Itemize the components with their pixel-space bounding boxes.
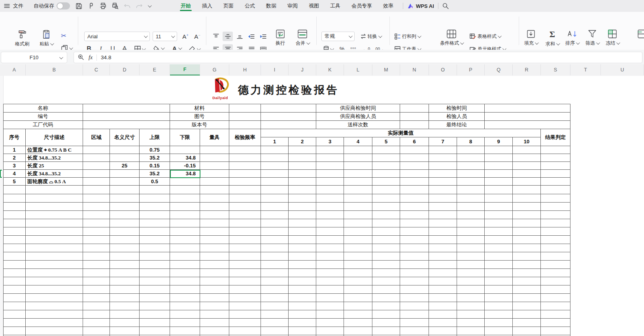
data-cell-4-I[interactable]: [261, 170, 289, 178]
column-header-M[interactable]: M: [372, 64, 400, 75]
data-cell-1-H[interactable]: [229, 146, 261, 154]
column-header-F[interactable]: F: [170, 64, 200, 75]
sheet-grid[interactable]: Dailyaid 德力测控检验报告 名称材料供应商检验时间检验时间编号图号供应商…: [0, 76, 644, 336]
header-cell-4[interactable]: 名义尺寸: [110, 129, 140, 146]
data-cell-1-J[interactable]: [289, 146, 316, 154]
align-bottom-icon[interactable]: [234, 32, 245, 41]
header-measure-3[interactable]: 3: [316, 137, 344, 146]
data-cell-5-P[interactable]: [457, 178, 485, 186]
data-cell-5-C[interactable]: [83, 178, 110, 186]
info-label-1-1[interactable]: 名称: [3, 104, 83, 113]
data-cell-2-O[interactable]: [429, 154, 457, 162]
header-measure-9[interactable]: 9: [485, 137, 513, 146]
info-value-3-2[interactable]: [83, 121, 170, 129]
info-label-1-8[interactable]: 检验时间: [429, 104, 485, 113]
conditional-format-button[interactable]: 条件格式: [440, 29, 463, 47]
info-label-3-1[interactable]: 工厂代码: [3, 121, 83, 129]
wrap-text-button[interactable]: 换行: [276, 29, 285, 47]
column-header-E[interactable]: E: [140, 64, 170, 75]
column-header-O[interactable]: O: [429, 64, 457, 75]
decrease-indent-icon[interactable]: [246, 32, 257, 41]
header-measure-1[interactable]: 1: [261, 137, 289, 146]
data-cell-4-J[interactable]: [289, 170, 316, 178]
menu-icon[interactable]: [4, 4, 10, 8]
tab-9[interactable]: 会员专享: [346, 0, 378, 12]
save-icon[interactable]: [76, 3, 82, 9]
data-cell-4-M[interactable]: [372, 170, 400, 178]
data-cell-5-L[interactable]: [344, 178, 372, 186]
data-cell-4-Q[interactable]: [485, 170, 513, 178]
tab-1[interactable]: 开始: [175, 0, 196, 12]
info-value-2-5[interactable]: [261, 113, 316, 121]
tab-7[interactable]: 视图: [303, 0, 325, 12]
header-cell-7[interactable]: 量具: [200, 129, 229, 146]
header-measure-2[interactable]: 2: [289, 137, 316, 146]
data-cell-2-F[interactable]: 34.8: [170, 154, 200, 162]
data-cell-5-J[interactable]: [289, 178, 316, 186]
info-value-3-5[interactable]: [261, 121, 316, 129]
format-painter-button[interactable]: 格式刷: [15, 29, 29, 47]
data-cell-1-O[interactable]: [429, 146, 457, 154]
data-cell-4-E[interactable]: 35.2: [140, 170, 170, 178]
data-cell-1-D[interactable]: [110, 146, 140, 154]
convert-button[interactable]: 转换: [358, 32, 383, 41]
redo-icon[interactable]: [136, 3, 142, 9]
data-cell-2-Q[interactable]: [485, 154, 513, 162]
info-label-3-8[interactable]: 最终结论: [429, 121, 485, 129]
data-cell-5-G[interactable]: [200, 178, 229, 186]
toolbar-more-icon[interactable]: [148, 5, 151, 8]
data-cell-4-N[interactable]: [400, 170, 429, 178]
info-value-1-9[interactable]: [485, 104, 570, 113]
header-cell-8[interactable]: 检验频率: [229, 129, 261, 146]
data-cell-4-O[interactable]: [429, 170, 457, 178]
autosave-toggle[interactable]: [57, 2, 70, 9]
merge-cells-button[interactable]: 合并: [296, 29, 309, 47]
data-cell-3-M[interactable]: [372, 162, 400, 170]
data-cell-3-A[interactable]: 3: [3, 162, 26, 170]
data-cell-2-M[interactable]: [372, 154, 400, 162]
data-cell-4-L[interactable]: [344, 170, 372, 178]
data-cell-3-L[interactable]: [344, 162, 372, 170]
data-cell-3-D[interactable]: 25: [110, 162, 140, 170]
data-cell-3-H[interactable]: [229, 162, 261, 170]
data-cell-3-N[interactable]: [400, 162, 429, 170]
data-cell-4-P[interactable]: [457, 170, 485, 178]
empty-cells-area[interactable]: [3, 186, 570, 336]
data-cell-3-E[interactable]: 0.15: [140, 162, 170, 170]
data-cell-4-R[interactable]: [513, 170, 541, 178]
info-value-2-9[interactable]: [485, 113, 570, 121]
column-header-B[interactable]: B: [26, 64, 83, 75]
cut-icon[interactable]: ✂: [59, 31, 69, 40]
data-cell-1-I[interactable]: [261, 146, 289, 154]
data-cell-5-E[interactable]: 0.5: [140, 178, 170, 186]
data-cell-4-A[interactable]: 4: [3, 170, 26, 178]
increase-indent-icon[interactable]: [258, 32, 268, 41]
info-value-2-4[interactable]: [229, 113, 261, 121]
data-cell-1-A[interactable]: 1: [3, 146, 26, 154]
header-result[interactable]: 结果判定: [541, 129, 570, 146]
header-measure-7[interactable]: 7: [429, 137, 457, 146]
data-cell-5-H[interactable]: [229, 178, 261, 186]
data-cell-1-S[interactable]: [541, 146, 570, 154]
column-header-I[interactable]: I: [261, 64, 289, 75]
data-cell-2-L[interactable]: [344, 154, 372, 162]
data-cell-4-K[interactable]: [316, 170, 344, 178]
search-icon[interactable]: [442, 3, 449, 9]
export-pdf-icon[interactable]: [88, 3, 94, 9]
data-cell-4-S[interactable]: [541, 170, 570, 178]
filter-button[interactable]: 筛选: [585, 29, 599, 47]
info-value-1-2[interactable]: [83, 104, 170, 113]
column-header-C[interactable]: C: [83, 64, 110, 75]
column-header-D[interactable]: D: [110, 64, 140, 75]
info-value-2-2[interactable]: [83, 113, 170, 121]
header-measure-5[interactable]: 5: [372, 137, 400, 146]
info-value-1-7[interactable]: [400, 104, 429, 113]
column-header-H[interactable]: H: [229, 64, 261, 75]
tab-4[interactable]: 公式: [239, 0, 261, 12]
data-cell-2-B[interactable]: 长度 34.8...35.2: [26, 154, 83, 162]
column-header-T[interactable]: T: [570, 64, 601, 75]
data-cell-2-D[interactable]: [110, 154, 140, 162]
column-header-Q[interactable]: Q: [485, 64, 513, 75]
font-size-select[interactable]: 11: [153, 32, 177, 41]
info-label-2-1[interactable]: 编号: [3, 113, 83, 121]
